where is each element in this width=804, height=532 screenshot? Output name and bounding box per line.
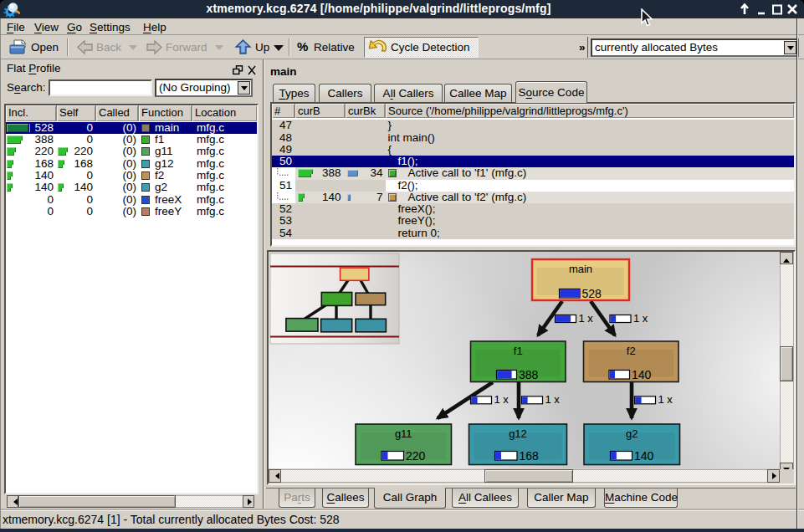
svg-text:1 x: 1 x bbox=[633, 312, 648, 325]
svg-text:388: 388 bbox=[519, 368, 539, 381]
svg-text:528: 528 bbox=[582, 287, 602, 300]
svg-text:140: 140 bbox=[632, 368, 652, 381]
svg-text:1 x: 1 x bbox=[545, 393, 561, 406]
svg-text:168: 168 bbox=[520, 449, 540, 463]
svg-text:g12: g12 bbox=[509, 427, 527, 440]
svg-text:220: 220 bbox=[406, 449, 426, 463]
svg-text:f2: f2 bbox=[627, 345, 636, 357]
svg-text:g2: g2 bbox=[626, 427, 638, 440]
svg-text:1 x: 1 x bbox=[494, 393, 510, 406]
svg-text:g11: g11 bbox=[395, 427, 412, 440]
svg-text:1 x: 1 x bbox=[658, 393, 673, 406]
svg-text:1 x: 1 x bbox=[579, 312, 594, 325]
svg-text:main: main bbox=[569, 263, 592, 275]
svg-text:140: 140 bbox=[634, 449, 654, 463]
svg-text:f1: f1 bbox=[514, 345, 523, 357]
